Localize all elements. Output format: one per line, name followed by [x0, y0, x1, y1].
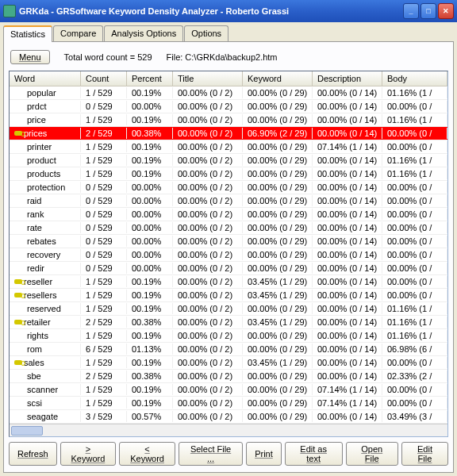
col-description[interactable]: Description [313, 71, 382, 86]
close-button[interactable]: ✕ [438, 3, 454, 19]
cell-desc: 00.00% (0 / 14) [313, 249, 382, 260]
cell-title: 00.00% (0 / 2) [173, 249, 243, 260]
col-percent[interactable]: Percent [127, 71, 173, 86]
table-row[interactable]: prdct0 / 52900.00%00.00% (0 / 2)00.00% (… [10, 100, 447, 113]
cell-word: seagate [10, 411, 81, 422]
cell-percent: 00.19% [127, 141, 173, 152]
table-row[interactable]: recovery0 / 52900.00%00.00% (0 / 2)00.00… [10, 248, 447, 262]
cell-keyword: 00.00% (0 / 29) [243, 87, 313, 98]
maximize-button[interactable]: □ [421, 3, 436, 19]
table-row[interactable]: redir0 / 52900.00%00.00% (0 / 2)00.00% (… [10, 262, 447, 275]
tab-analysis-options[interactable]: Analysis Options [104, 25, 183, 41]
cell-keyword: 00.00% (0 / 29) [243, 249, 313, 260]
cell-word: reseller [10, 276, 81, 287]
edit-as-text-button[interactable]: Edit as text [285, 442, 343, 466]
table-row[interactable]: scsi1 / 52900.19%00.00% (0 / 2)00.00% (0… [10, 397, 447, 410]
key-icon [14, 360, 22, 365]
cell-body: 01.16% (1 / [382, 330, 447, 341]
minimize-button[interactable]: _ [403, 3, 419, 19]
open-file-button[interactable]: Open File [346, 442, 398, 466]
cell-keyword: 03.45% (1 / 29) [243, 317, 313, 328]
cell-desc: 00.00% (0 / 14) [313, 303, 382, 314]
word-count-label: Total word count = 529 [64, 52, 152, 62]
cell-percent: 00.00% [127, 195, 173, 206]
table-body[interactable]: popular1 / 52900.19%00.00% (0 / 2)00.00%… [10, 86, 447, 424]
cell-body: 00.00% (0 / [382, 249, 447, 260]
cell-word: popular [10, 87, 81, 98]
table-row[interactable]: product1 / 52900.19%00.00% (0 / 2)00.00%… [10, 154, 447, 167]
table-row[interactable]: price1 / 52900.19%00.00% (0 / 2)00.00% (… [10, 113, 447, 127]
file-path-label: File: C:\GRKda\backup2.htm [167, 52, 278, 62]
cell-percent: 00.19% [127, 114, 173, 125]
tab-statistics[interactable]: Statistics [3, 25, 52, 42]
table-row[interactable]: printer1 / 52900.19%00.00% (0 / 2)00.00%… [10, 140, 447, 154]
table-row[interactable]: products1 / 52900.19%00.00% (0 / 2)00.00… [10, 167, 447, 181]
prev-keyword-button[interactable]: < Keyword [119, 442, 175, 466]
table-row[interactable]: raid0 / 52900.00%00.00% (0 / 2)00.00% (0… [10, 194, 447, 208]
horizontal-scrollbar[interactable] [10, 424, 447, 436]
table-row[interactable]: scanner1 / 52900.19%00.00% (0 / 2)00.00%… [10, 383, 447, 397]
select-file-button[interactable]: Select File ... [179, 442, 243, 466]
cell-count: 1 / 529 [81, 303, 127, 314]
cell-title: 00.00% (0 / 2) [173, 397, 243, 409]
cell-count: 0 / 529 [81, 236, 127, 247]
col-word[interactable]: Word [10, 71, 81, 86]
table-row[interactable]: rebates0 / 52900.00%00.00% (0 / 2)00.00%… [10, 235, 447, 248]
cell-count: 1 / 529 [81, 384, 127, 395]
col-count[interactable]: Count [81, 71, 127, 86]
refresh-button[interactable]: Refresh [9, 442, 57, 466]
table-row[interactable]: rom6 / 52901.13%00.00% (0 / 2)00.00% (0 … [10, 343, 447, 356]
cell-body: 01.16% (1 / [382, 87, 447, 98]
key-icon [14, 293, 22, 298]
cell-desc: 00.00% (0 / 14) [313, 222, 382, 233]
print-button[interactable]: Print [246, 442, 282, 466]
cell-body: 00.00% (0 / [382, 263, 447, 274]
cell-title: 00.00% (0 / 2) [173, 411, 243, 422]
table-row[interactable]: reseller1 / 52900.19%00.00% (0 / 2)03.45… [10, 275, 447, 289]
cell-count: 1 / 529 [81, 155, 127, 166]
cell-word: reserved [10, 303, 81, 314]
tab-compare[interactable]: Compare [53, 25, 103, 41]
table-row[interactable]: reserved1 / 52900.19%00.00% (0 / 2)00.00… [10, 302, 447, 316]
col-body[interactable]: Body [382, 71, 447, 86]
table-row[interactable]: sales1 / 52900.19%00.00% (0 / 2)03.45% (… [10, 356, 447, 370]
cell-title: 00.00% (0 / 2) [173, 195, 243, 206]
cell-title: 00.00% (0 / 2) [173, 128, 243, 139]
cell-word: price [10, 114, 81, 125]
table-row[interactable]: sbe2 / 52900.38%00.00% (0 / 2)00.00% (0 … [10, 370, 447, 383]
table-row[interactable]: rights1 / 52900.19%00.00% (0 / 2)00.00% … [10, 329, 447, 343]
key-icon [14, 131, 22, 136]
cell-percent: 00.19% [127, 330, 173, 341]
col-title[interactable]: Title [173, 71, 243, 86]
menu-button[interactable]: Menu [10, 50, 50, 64]
cell-body: 00.00% (0 / [382, 101, 447, 112]
table-header: Word Count Percent Title Keyword Descrip… [10, 71, 447, 86]
cell-keyword: 00.00% (0 / 29) [243, 384, 313, 395]
col-keyword[interactable]: Keyword [243, 71, 313, 86]
table-row[interactable]: rank0 / 52900.00%00.00% (0 / 2)00.00% (0… [10, 208, 447, 221]
cell-desc: 00.00% (0 / 14) [313, 101, 382, 112]
cell-body: 00.00% (0 / [382, 222, 447, 233]
table-row[interactable]: seagate3 / 52900.57%00.00% (0 / 2)00.00%… [10, 410, 447, 424]
table-row[interactable]: popular1 / 52900.19%00.00% (0 / 2)00.00%… [10, 86, 447, 100]
cell-count: 1 / 529 [81, 114, 127, 125]
table-row[interactable]: resellers1 / 52900.19%00.00% (0 / 2)03.4… [10, 289, 447, 302]
cell-keyword: 03.45% (1 / 29) [243, 290, 313, 301]
cell-word: retailer [10, 317, 81, 328]
table-row[interactable]: protection0 / 52900.00%00.00% (0 / 2)00.… [10, 181, 447, 194]
edit-file-button[interactable]: Edit File [401, 442, 448, 466]
next-keyword-button[interactable]: > Keyword [60, 442, 117, 466]
cell-title: 00.00% (0 / 2) [173, 101, 243, 112]
table-row[interactable]: rate0 / 52900.00%00.00% (0 / 2)00.00% (0… [10, 221, 447, 235]
table-row[interactable]: retailer2 / 52900.38%00.00% (0 / 2)03.45… [10, 316, 447, 329]
cell-body: 00.00% (0 / [382, 141, 447, 152]
cell-count: 2 / 529 [81, 128, 127, 139]
tab-bar: Statistics Compare Analysis Options Opti… [3, 25, 454, 42]
table-row[interactable]: prices2 / 52900.38%00.00% (0 / 2)06.90% … [10, 127, 447, 140]
cell-body: 00.00% (0 / [382, 290, 447, 301]
cell-count: 0 / 529 [81, 222, 127, 233]
cell-title: 00.00% (0 / 2) [173, 209, 243, 220]
tab-options[interactable]: Options [184, 25, 228, 41]
cell-keyword: 00.00% (0 / 29) [243, 330, 313, 341]
cell-title: 00.00% (0 / 2) [173, 370, 243, 382]
